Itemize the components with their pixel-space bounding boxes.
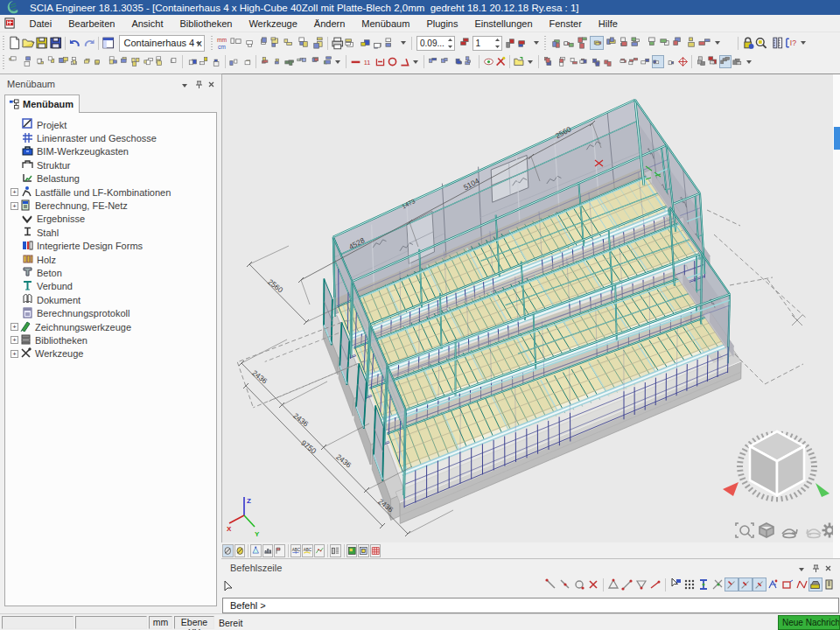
svg-text:2436: 2436	[334, 452, 353, 470]
svg-text:11: 11	[363, 59, 370, 66]
svg-text:9750: 9750	[299, 438, 318, 456]
svg-text:2436: 2436	[291, 411, 310, 429]
svg-text:2436: 2436	[250, 368, 269, 386]
svg-text:Y: Y	[255, 530, 260, 538]
svg-text:ABC: ABC	[291, 547, 300, 551]
svg-text:ABC: ABC	[304, 547, 312, 551]
svg-text:mm: mm	[216, 37, 227, 43]
svg-text:X: X	[227, 525, 232, 533]
svg-text:cm: cm	[217, 44, 225, 50]
svg-text:2560: 2560	[266, 277, 284, 295]
svg-text:Z: Z	[247, 497, 251, 505]
svg-text:I?: I?	[790, 38, 796, 47]
